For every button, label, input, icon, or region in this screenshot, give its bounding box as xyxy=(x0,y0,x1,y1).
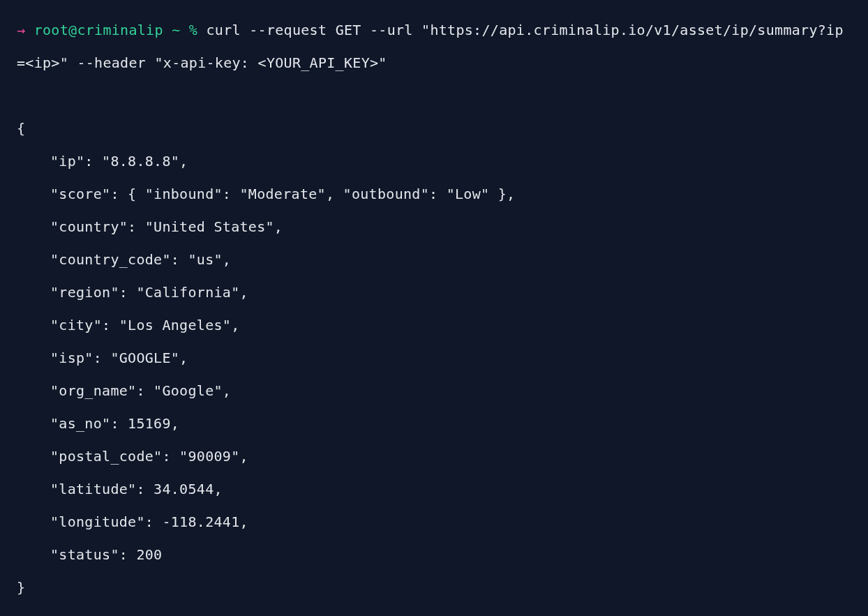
json-line: "country": "United States", xyxy=(17,211,851,243)
json-line: "org_name": "Google", xyxy=(17,375,851,407)
json-close-brace: } xyxy=(17,579,25,596)
json-line: "postal_code": "90009", xyxy=(17,440,851,473)
json-line: "region": "California", xyxy=(17,276,851,309)
json-line: "as_no": 15169, xyxy=(17,407,851,440)
json-line: "ip": "8.8.8.8", xyxy=(17,145,851,178)
json-line: "status": 200 xyxy=(17,539,851,571)
prompt-user-host: root@criminalip xyxy=(34,22,163,38)
json-line: "isp": "GOOGLE", xyxy=(17,342,851,375)
json-line: "latitude": 34.0544, xyxy=(17,473,851,506)
json-line: "city": "Los Angeles", xyxy=(17,309,851,342)
prompt-path: ~ xyxy=(172,22,180,38)
terminal-window[interactable]: → root@criminalip ~ % curl --request GET… xyxy=(17,14,851,604)
prompt-symbol: % xyxy=(189,22,197,38)
json-open-brace: { xyxy=(17,120,25,137)
json-line: "longitude": -118.2441, xyxy=(17,506,851,539)
prompt-arrow-icon: → xyxy=(17,22,25,38)
json-line: "country_code": "us", xyxy=(17,243,851,276)
json-line: "score": { "inbound": "Moderate", "outbo… xyxy=(17,178,851,211)
